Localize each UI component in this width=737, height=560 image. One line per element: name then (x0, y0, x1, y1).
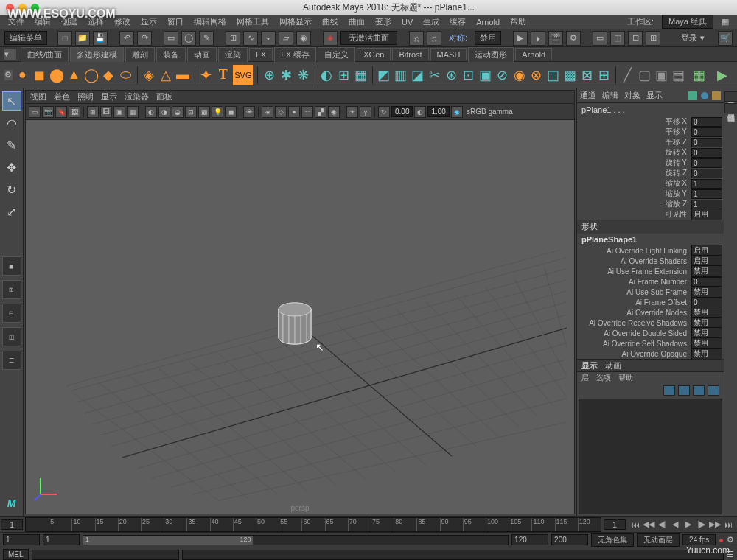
vp-xray-icon[interactable]: ◈ (262, 106, 273, 118)
vp-gamma-field[interactable]: 1.00 (427, 106, 449, 117)
menu-窗口[interactable]: 窗口 (164, 15, 187, 29)
next-key-icon[interactable]: |▶ (696, 519, 708, 531)
bevel-icon[interactable]: ◪ (411, 65, 425, 85)
play-back-icon[interactable]: ◀ (669, 519, 681, 531)
ch-tab-编辑[interactable]: 编辑 (602, 90, 618, 101)
menu-UV[interactable]: UV (398, 16, 416, 28)
layout-two-v[interactable]: ◫ (2, 327, 21, 346)
vp-xray2-icon[interactable]: ◇ (275, 106, 287, 118)
shelf-tab-8[interactable]: 自定义 (318, 47, 355, 62)
attr-value[interactable]: 禁用 (691, 286, 722, 298)
poly-platonic-icon[interactable]: ◈ (142, 65, 156, 85)
layer-editor[interactable] (579, 399, 722, 514)
workspace-cfg-icon[interactable]: ▦ (718, 15, 733, 28)
time-slider[interactable]: 1 51015202530354045505560657075808590951… (0, 516, 737, 532)
object-name[interactable]: pPlane1 . . . (577, 103, 724, 116)
attr-value[interactable]: 1 (691, 189, 722, 199)
charset-select[interactable]: 无角色集 (591, 533, 634, 547)
attr-value[interactable]: 0 (691, 277, 722, 287)
uv4-icon[interactable]: ▤ (671, 65, 685, 85)
attr-value[interactable]: 启用 (691, 209, 722, 220)
menu-Arnold[interactable]: Arnold (472, 16, 503, 28)
layer-menu-帮助[interactable]: 帮助 (618, 373, 633, 383)
layer-menu-选项[interactable]: 选项 (596, 373, 611, 383)
ch-icon3[interactable] (712, 91, 721, 100)
shelf-tab-11[interactable]: MASH (430, 48, 467, 60)
history-icon[interactable]: ⎌ (409, 31, 424, 46)
menu-曲面[interactable]: 曲面 (345, 15, 368, 29)
play-fwd-icon[interactable]: ▶ (682, 519, 694, 531)
disp-tab-0[interactable]: 显示 (581, 360, 598, 371)
vp-isolate-icon[interactable]: 👁 (243, 106, 255, 118)
bridge-icon[interactable]: ▥ (394, 65, 408, 85)
shelf-tab-6[interactable]: FX (249, 48, 273, 60)
mirror-icon[interactable]: ◐ (320, 65, 334, 85)
vp-expose-icon[interactable]: ☀ (346, 106, 358, 118)
vp-gate-icon[interactable]: ▣ (113, 106, 125, 118)
open-scene-icon[interactable]: 📁 (75, 31, 90, 46)
shelf-tab-9[interactable]: XGen (357, 48, 391, 60)
poly-pyramid-icon[interactable]: △ (159, 65, 173, 85)
vp-reload-icon[interactable]: ↻ (378, 106, 390, 118)
layout-two-h[interactable]: ⊟ (2, 304, 21, 323)
ipr-icon[interactable]: ⏵ (531, 31, 545, 46)
animlayer-select[interactable]: 无动画层 (637, 533, 680, 547)
ch-tab-对象[interactable]: 对象 (624, 90, 640, 101)
poly-cube-icon[interactable]: ◼ (32, 65, 46, 85)
cmd-lang[interactable]: MEL (3, 549, 29, 560)
uv1-icon[interactable]: ╱ (621, 65, 635, 85)
panel-layout3-icon[interactable]: ⊟ (628, 31, 643, 46)
shelf-menu-icon[interactable]: ▾ (4, 49, 16, 60)
multicut-icon[interactable]: ✂ (427, 65, 441, 85)
scale-tool[interactable]: ⤢ (2, 202, 21, 221)
vp-contrast-icon[interactable]: ◐ (414, 106, 426, 118)
select-mode-icon[interactable]: ▭ (164, 31, 178, 46)
vp-menu-渲染器[interactable]: 渲染器 (125, 91, 149, 102)
attr-value[interactable]: 1 (691, 200, 722, 209)
workspace-select[interactable]: Maya 经典 (662, 15, 713, 29)
ch-tab-显示[interactable]: 显示 (646, 90, 663, 101)
layer-btn1[interactable] (663, 385, 675, 396)
render-view-icon[interactable]: 🎬 (548, 31, 563, 46)
svg-tool-icon[interactable]: SVG (233, 65, 253, 85)
vp-image-icon[interactable]: 🖼 (69, 106, 80, 118)
shelf-tab-0[interactable]: 曲线/曲面 (21, 47, 69, 62)
goto-end-icon[interactable]: ⏭ (722, 519, 734, 531)
paint-select-icon[interactable]: ✎ (199, 31, 214, 46)
history2-icon[interactable]: ⎌ (427, 31, 441, 46)
vp-aa-icon[interactable]: ▞ (315, 106, 326, 118)
vp-cam-icon[interactable]: 📷 (42, 106, 54, 118)
ch-icon1[interactable] (688, 91, 697, 100)
layer-menu-层[interactable]: 层 (581, 373, 589, 383)
panel-layout2-icon[interactable]: ◫ (610, 31, 625, 46)
poly-plane-icon[interactable]: ◆ (102, 65, 116, 85)
poly-type-icon[interactable]: ✦ (199, 65, 213, 85)
snap-point-icon[interactable]: • (261, 31, 276, 46)
vp-gamma-icon[interactable]: γ (360, 106, 371, 118)
vp-dof-icon[interactable]: ◉ (328, 106, 340, 118)
layer-btn3[interactable] (693, 385, 705, 396)
render-globals-icon[interactable]: ⚙ (566, 31, 581, 46)
vp-grid-icon[interactable]: ⊞ (87, 106, 99, 118)
paint-tool[interactable]: ✎ (2, 136, 21, 155)
poly-torus-icon[interactable]: ◯ (84, 65, 99, 85)
fps-select[interactable]: 24 fps (682, 534, 716, 545)
poly-disc-icon[interactable]: ⬭ (119, 65, 133, 85)
poly-sphere-icon[interactable]: ● (15, 65, 29, 85)
login-label[interactable]: 登录 (681, 32, 697, 43)
snap-plane-icon[interactable]: ▱ (279, 31, 293, 46)
shelf-tab-10[interactable]: Bifrost (392, 48, 428, 60)
goto-start-icon[interactable]: ⏮ (629, 519, 641, 531)
menu-网格显示[interactable]: 网格显示 (276, 15, 315, 29)
shelf-tab-7[interactable]: FX 缓存 (274, 47, 316, 62)
menuset-select[interactable]: 编辑菜单 (4, 31, 47, 45)
lasso-icon[interactable]: ◯ (181, 31, 196, 46)
type-tool-icon[interactable]: T (216, 65, 230, 85)
poly-cylinder-icon[interactable]: ⬤ (49, 65, 64, 85)
attr-value[interactable]: 0 (691, 158, 722, 168)
range-end-inner[interactable]: 120 (511, 534, 548, 545)
vp-select-icon[interactable]: ▭ (29, 106, 41, 118)
attr-value[interactable]: 0 (691, 298, 722, 307)
layout-four[interactable]: ⊞ (2, 280, 21, 299)
shelf-tab-2[interactable]: 雕刻 (125, 47, 155, 62)
